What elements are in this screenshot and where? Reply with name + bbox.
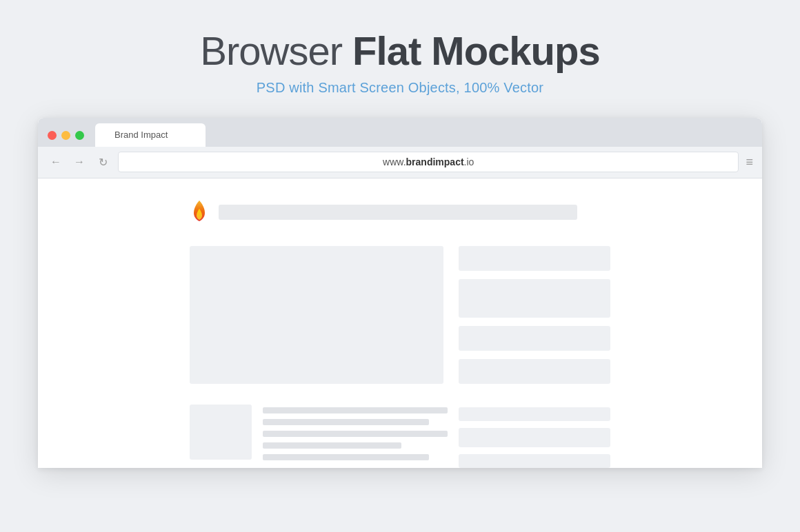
card-row: [190, 405, 610, 468]
tab-label: Brand Impact: [114, 130, 168, 140]
forward-button[interactable]: →: [71, 154, 88, 170]
card-text-lines: [263, 405, 448, 468]
browser-mockup: Brand Impact ← → ↻ www.brandimpact.io ≡: [38, 118, 762, 468]
card-thumbnail: [190, 405, 252, 460]
address-bar[interactable]: www.brandimpact.io: [118, 152, 739, 172]
back-button[interactable]: ←: [48, 154, 64, 170]
reload-button[interactable]: ↻: [94, 154, 111, 170]
text-line-3: [263, 431, 448, 437]
card-sidebar-blocks: [459, 405, 610, 468]
main-image-placeholder: [190, 246, 443, 384]
address-text: www.brandimpact.io: [383, 156, 474, 167]
text-line-1: [263, 407, 448, 413]
page-title: Browser Flat Mockups: [200, 29, 599, 73]
sidebar-block-1: [459, 246, 610, 271]
browser-titlebar: Brand Impact: [38, 118, 762, 147]
card-side-1: [459, 407, 610, 421]
menu-button[interactable]: ≡: [746, 155, 752, 170]
minimize-button[interactable]: [61, 131, 70, 140]
close-button[interactable]: [48, 131, 57, 140]
browser-toolbar: ← → ↻ www.brandimpact.io ≡: [38, 147, 762, 178]
text-line-4: [263, 442, 401, 449]
card-side-3: [459, 454, 610, 468]
text-line-2: [263, 419, 429, 425]
browser-wrapper: Brand Impact ← → ↻ www.brandimpact.io ≡: [38, 118, 762, 468]
maximize-button[interactable]: [75, 131, 84, 140]
page-subtitle: PSD with Smart Screen Objects, 100% Vect…: [200, 80, 599, 96]
flame-icon: [190, 199, 209, 225]
sidebar-block-3: [459, 326, 610, 351]
header-section: Browser Flat Mockups PSD with Smart Scre…: [200, 0, 599, 96]
content-grid: [190, 246, 610, 384]
text-line-5: [263, 454, 429, 460]
sidebar-blocks: [459, 246, 610, 384]
active-tab[interactable]: Brand Impact: [95, 123, 206, 147]
window-controls: [48, 131, 84, 140]
logo-text-placeholder: [219, 205, 577, 220]
logo-row: [190, 199, 610, 225]
sidebar-block-2: [459, 279, 610, 318]
sidebar-block-4: [459, 359, 610, 384]
card-side-2: [459, 428, 610, 447]
page-content: [38, 178, 762, 468]
